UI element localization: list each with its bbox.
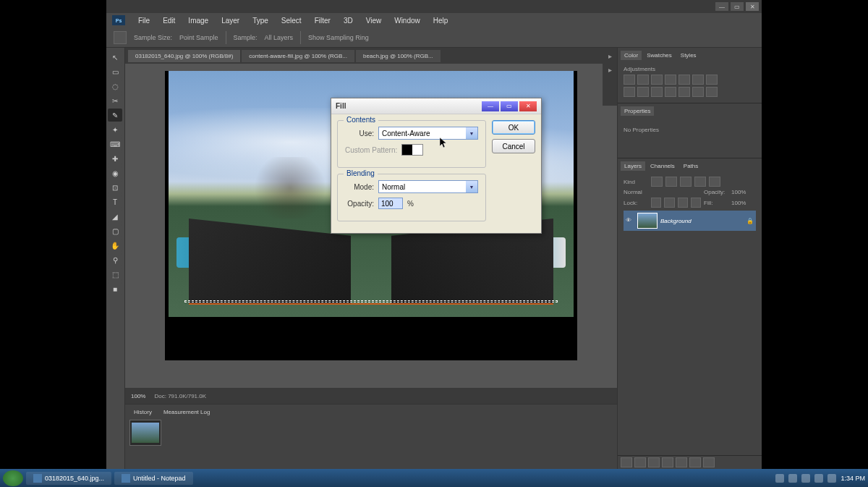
adjustment-layer-icon[interactable]: [662, 457, 673, 467]
trash-icon[interactable]: [703, 457, 715, 467]
marquee-tool-icon[interactable]: ▭: [108, 65, 122, 78]
network-icon[interactable]: [827, 474, 836, 483]
document-info[interactable]: Doc: 791.0K/791.0K: [154, 393, 206, 399]
cancel-button[interactable]: Cancel: [492, 139, 535, 153]
adjustment-icon[interactable]: [651, 87, 663, 97]
window-maximize-button[interactable]: ▭: [731, 2, 744, 11]
menu-layer[interactable]: Layer: [216, 15, 245, 26]
brush-tool-icon[interactable]: ⌨: [108, 137, 122, 151]
show-ring-label[interactable]: Show Sampling Ring: [308, 34, 369, 41]
collapsed-panel-icon[interactable]: ▸: [608, 52, 612, 60]
tab-channels[interactable]: Channels: [647, 161, 678, 171]
menu-view[interactable]: View: [360, 15, 388, 26]
tab-paths[interactable]: Paths: [680, 161, 702, 171]
eraser-tool-icon[interactable]: ◉: [108, 166, 122, 179]
crop-tool-icon[interactable]: ✂: [108, 94, 122, 107]
healing-tool-icon[interactable]: ✦: [108, 123, 122, 136]
dialog-close-button[interactable]: ✕: [519, 101, 537, 111]
menu-window[interactable]: Window: [388, 15, 426, 26]
filter-adjust-icon[interactable]: [665, 177, 677, 187]
menu-type[interactable]: Type: [247, 15, 274, 26]
tab-history[interactable]: History: [129, 407, 156, 417]
sample-value[interactable]: All Layers: [265, 34, 294, 41]
menu-help[interactable]: Help: [427, 15, 454, 26]
gradient-tool-icon[interactable]: ⊡: [108, 181, 122, 194]
tab-color[interactable]: Color: [621, 51, 642, 60]
zoom-level[interactable]: 100%: [131, 393, 145, 399]
clock[interactable]: 1:34 PM: [841, 475, 865, 482]
lock-icon[interactable]: 🔒: [746, 218, 754, 224]
filter-pixel-icon[interactable]: [651, 177, 663, 187]
filter-type-icon[interactable]: [680, 177, 692, 187]
filter-smart-icon[interactable]: [709, 177, 720, 187]
group-icon[interactable]: [676, 457, 687, 467]
taskbar-item[interactable]: 03182015_640.jpg...: [26, 472, 111, 485]
menu-select[interactable]: Select: [276, 15, 307, 26]
adjustment-icon[interactable]: [706, 75, 718, 85]
pen-tool-icon[interactable]: ◢: [108, 210, 122, 223]
layer-mask-icon[interactable]: [648, 457, 660, 467]
menu-image[interactable]: Image: [182, 15, 214, 26]
tray-icon[interactable]: [775, 474, 784, 483]
tab-measurement-log[interactable]: Measurement Log: [159, 407, 214, 417]
window-minimize-button[interactable]: —: [715, 2, 728, 11]
zoom-tool-icon[interactable]: ⚲: [108, 253, 122, 266]
menu-file[interactable]: File: [132, 15, 156, 26]
swap-colors-icon[interactable]: ⬚: [108, 268, 122, 281]
adjustment-icon[interactable]: [678, 75, 690, 85]
document-tab[interactable]: beach.jpg @ 100% (RGB...: [356, 50, 441, 62]
opacity-value[interactable]: 100%: [731, 189, 756, 195]
lasso-tool-icon[interactable]: ◌: [108, 80, 122, 93]
adjustment-icon[interactable]: [624, 75, 635, 85]
adjustment-icon[interactable]: [637, 75, 649, 85]
tray-icon[interactable]: [788, 474, 797, 483]
menu-3d[interactable]: 3D: [338, 15, 359, 26]
mode-dropdown[interactable]: Normal ▼: [378, 180, 478, 193]
link-layers-icon[interactable]: [621, 457, 632, 467]
eyedropper-tool-icon[interactable]: ✎: [108, 109, 122, 122]
tab-properties[interactable]: Properties: [621, 106, 654, 116]
window-close-button[interactable]: ✕: [746, 2, 759, 11]
volume-icon[interactable]: [814, 474, 823, 483]
history-snapshot[interactable]: [129, 420, 161, 446]
adjustment-icon[interactable]: [692, 75, 704, 85]
layer-name[interactable]: Background: [660, 218, 692, 224]
move-tool-icon[interactable]: ↖: [108, 51, 122, 64]
layer-row-background[interactable]: 👁 Background 🔒: [624, 211, 756, 231]
tab-layers[interactable]: Layers: [621, 161, 645, 171]
dialog-titlebar[interactable]: Fill — ▭ ✕: [331, 98, 541, 114]
menu-edit[interactable]: Edit: [157, 15, 181, 26]
adjustment-icon[interactable]: [651, 75, 663, 85]
adjustment-icon[interactable]: [665, 87, 676, 97]
lock-position-icon[interactable]: [678, 198, 688, 208]
fill-value[interactable]: 100%: [731, 200, 756, 206]
tool-preset-icon[interactable]: [114, 31, 127, 44]
adjustment-icon[interactable]: [665, 75, 676, 85]
sample-size-value[interactable]: Point Sample: [179, 34, 218, 41]
tab-styles[interactable]: Styles: [677, 51, 700, 60]
adjustment-icon[interactable]: [624, 87, 635, 97]
document-tab[interactable]: content-aware-fill.jpg @ 100% (RGB...: [242, 50, 354, 62]
lock-all-icon[interactable]: [691, 198, 701, 208]
adjustment-icon[interactable]: [637, 87, 649, 97]
tray-icon[interactable]: [801, 474, 810, 483]
document-tab[interactable]: 03182015_640.jpg @ 100% (RGB/8#): [128, 50, 240, 62]
foreground-color-icon[interactable]: ■: [108, 282, 122, 295]
filter-shape-icon[interactable]: [694, 177, 706, 187]
shape-tool-icon[interactable]: ▢: [108, 224, 122, 237]
visibility-eye-icon[interactable]: 👁: [626, 217, 634, 224]
stamp-tool-icon[interactable]: ✚: [108, 152, 122, 165]
blend-mode-dropdown[interactable]: Normal: [624, 189, 648, 195]
hand-tool-icon[interactable]: ✋: [108, 239, 122, 252]
adjustment-icon[interactable]: [678, 87, 690, 97]
new-layer-icon[interactable]: [689, 457, 701, 467]
adjustment-icon[interactable]: [706, 87, 718, 97]
opacity-input[interactable]: 100: [378, 198, 403, 209]
collapsed-panel-icon[interactable]: ▸: [608, 66, 612, 74]
tab-swatches[interactable]: Swatches: [643, 51, 676, 60]
lock-pixels-icon[interactable]: [664, 198, 674, 208]
type-tool-icon[interactable]: T: [108, 195, 122, 208]
start-button[interactable]: [3, 470, 23, 486]
use-dropdown[interactable]: Content-Aware ▼: [378, 127, 478, 140]
lock-transparent-icon[interactable]: [651, 198, 661, 208]
